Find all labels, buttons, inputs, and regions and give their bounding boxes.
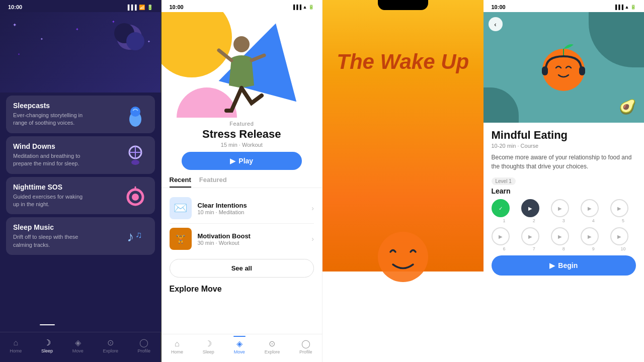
nighttimesos-card[interactable]: Nighttime SOS Guided exercises for wakin… [6,177,155,215]
star-4: ✦ [18,52,20,56]
svg-text:♪: ♪ [127,229,134,244]
sleepmusic-card[interactable]: Sleep Music Drift off to sleep with thes… [6,217,155,255]
lesson-grid-2: ▶ 6 ▶ 7 ▶ 8 ▶ 9 ▶ 10 [492,227,636,251]
learn-label: Learn [492,187,636,195]
lesson-4[interactable]: ▶ [581,199,599,217]
nav-explore-2[interactable]: ⊙ Explore [265,340,280,354]
svg-point-2 [126,32,144,50]
nav-move-label-1: Move [72,348,84,353]
nav-home-label-2: Home [171,349,183,354]
begin-button[interactable]: ▶ Begin [492,255,636,276]
nav-sleep-1[interactable]: ☽ Sleep [41,339,53,353]
status-bar-4: 10:00 ▐▐▐ ▲ 🔋 [484,0,645,12]
star-2: ✦ [40,37,43,41]
recent-item-1[interactable]: ✉️ Clear Intentions 10 min · Meditation … [162,193,323,223]
lesson-num-6: 6 [492,246,517,251]
nav-profile-1[interactable]: ◯ Profile [138,339,151,353]
hero-person [214,30,269,118]
lesson-9[interactable]: ▶ [581,227,599,245]
nav-move-2[interactable]: ◈ Move [234,340,245,354]
notch-3 [378,0,428,10]
lesson-8[interactable]: ▶ [551,227,569,245]
lesson-num-10: 10 [610,246,636,251]
course-meta: 10-20 min · Course [492,143,636,149]
nav-move-1[interactable]: ◈ Move [72,339,84,353]
lesson-col-2: ▶ 2 [521,199,547,223]
nav-move-label-2: Move [234,349,245,354]
lesson-6[interactable]: ▶ [492,227,510,245]
sleep-icon-2: ☽ [205,340,212,348]
sleepcasts-card[interactable]: Sleepcasts Ever-changing storytelling in… [6,96,155,133]
profile-icon-1: ◯ [139,339,148,347]
sleep-icon-1: ☽ [44,339,51,347]
nav-sleep-label-2: Sleep [203,349,214,354]
lesson-1[interactable]: ✓ [492,199,510,217]
lesson-num-9: 9 [581,246,606,251]
lesson-10[interactable]: ▶ [610,227,628,245]
featured-meta: 15 min · Workout [162,142,323,148]
tab-recent[interactable]: Recent [170,176,191,188]
move-icon-1: ◈ [75,339,81,347]
featured-title: Stress Release [162,128,323,141]
featured-badge: Featured [162,121,323,127]
lesson-col-7: ▶ 7 [521,227,547,251]
lesson-col-6: ▶ 6 [492,227,517,251]
lesson-grid-1: ✓ 1 ▶ 2 ▶ 3 ▶ 4 ▶ 5 [492,199,636,223]
sleepmusic-text: Sleep Music Drift off to sleep with thes… [13,223,84,249]
begin-label: Begin [558,261,578,269]
play-icon: ▶ [230,157,235,165]
tab-featured[interactable]: Featured [199,176,227,188]
explore-icon-2: ⊙ [269,340,275,348]
nav-sleep-label-1: Sleep [41,348,53,353]
nav-home-label-1: Home [10,348,22,353]
svg-point-4 [130,107,140,117]
recent-meta-2: 30 min · Workout [198,240,306,246]
time-4: 10:00 [492,4,506,10]
sleepcasts-title: Sleepcasts [13,102,84,110]
lesson-num-5: 5 [610,218,636,223]
star-3: ✦ [75,27,79,32]
see-all-button[interactable]: See all [170,259,314,278]
svg-text:♫: ♫ [135,230,142,240]
lesson-3[interactable]: ▶ [551,199,569,217]
lesson-7[interactable]: ▶ [521,227,539,245]
svg-point-8 [131,160,139,165]
nighttimesos-icon [123,183,148,208]
nav-home-2[interactable]: ⌂ Home [171,340,183,354]
active-line-2 [233,336,246,337]
recent-item-2[interactable]: 🏋 Motivation Boost 30 min · Workout › [162,224,323,254]
sparkle-2: ✦ [147,40,150,44]
wakeup-title: The Wake Up [323,50,484,73]
sleepmusic-desc: Drift off to sleep with these calming tr… [13,233,84,249]
lesson-num-2: 2 [521,218,547,223]
nav-explore-1[interactable]: ⊙ Explore [103,339,118,353]
nav-profile-label-2: Profile [299,349,312,354]
winddowns-card[interactable]: Wind Downs Meditation and breathing to p… [6,136,155,174]
lesson-col-8: ▶ 8 [551,227,577,251]
nav-home-1[interactable]: ⌂ Home [10,339,22,353]
lesson-num-7: 7 [521,246,547,251]
time-2: 10:00 [170,4,184,10]
course-desc: Become more aware of your relationship t… [492,153,636,171]
phone-course-screen: 10:00 ▐▐▐ ▲ 🔋 [484,0,645,362]
lesson-col-1: ✓ 1 [492,199,517,223]
recent-info-1: Clear Intentions 10 min · Meditation [198,202,306,215]
lesson-5[interactable]: ▶ [610,199,628,217]
lesson-2[interactable]: ▶ [521,199,539,217]
move-icon-2: ◈ [236,340,243,348]
nav-explore-label-2: Explore [265,349,280,354]
nav-sleep-2[interactable]: ☽ Sleep [203,340,214,354]
explore-icon-1: ⊙ [107,339,114,347]
nighttimesos-title: Nighttime SOS [13,183,84,191]
play-button[interactable]: ▶ Play [182,152,302,170]
sleepmusic-title: Sleep Music [13,223,84,231]
nighttimesos-text: Nighttime SOS Guided exercises for wakin… [13,183,84,209]
nav-explore-label-1: Explore [103,348,118,353]
hero-area-4: ‹ 🥑 [484,12,645,123]
winddowns-icon [123,142,148,167]
cards-container: Sleepcasts Ever-changing storytelling in… [0,93,161,329]
nav-profile-2[interactable]: ◯ Profile [299,340,312,354]
lesson-col-4: ▶ 4 [581,199,606,223]
lesson-col-9: ▶ 9 [581,227,606,251]
back-button[interactable]: ‹ [489,17,503,31]
